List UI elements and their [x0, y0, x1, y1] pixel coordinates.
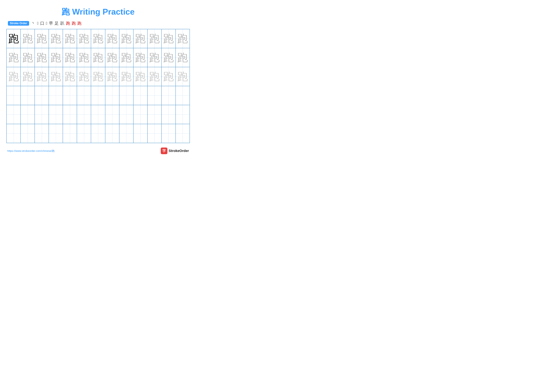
- char-r3-c10: 跑: [135, 71, 146, 82]
- char-r3-c4: 跑: [51, 71, 61, 82]
- grid-cell-r2-c7: 跑: [91, 48, 105, 67]
- grid-cell-r2-c5: 跑: [63, 48, 77, 67]
- grid-cell-r1-c10: 跑: [133, 29, 147, 48]
- grid-cell-r3-c5: 跑: [63, 67, 77, 86]
- grid-cell-r1-c11: 跑: [147, 29, 161, 48]
- grid-cell-r3-c12: 跑: [161, 67, 175, 86]
- grid-cell-r4-c9[interactable]: [119, 86, 133, 105]
- grid-cell-r5-c7[interactable]: [91, 105, 105, 124]
- grid-cell-r5-c13[interactable]: [175, 105, 190, 124]
- grid-cell-r5-c10[interactable]: [133, 105, 147, 124]
- char-r2-c2: 跑: [22, 52, 33, 63]
- grid-cell-r4-c13[interactable]: [175, 86, 190, 105]
- grid-cell-r4-c11[interactable]: [147, 86, 161, 105]
- grid-cell-r5-c3[interactable]: [35, 105, 49, 124]
- grid-cell-r4-c6[interactable]: [77, 86, 91, 105]
- grid-cell-r2-c8: 跑: [105, 48, 119, 67]
- grid-cell-r6-c13[interactable]: [175, 124, 190, 143]
- grid-cell-r4-c12[interactable]: [161, 86, 175, 105]
- grid-cell-r3-c8: 跑: [105, 67, 119, 86]
- grid-cell-r2-c13: 跑: [175, 48, 190, 67]
- grid-cell-r1-c5: 跑: [63, 29, 77, 48]
- grid-cell-r6-c11[interactable]: [147, 124, 161, 143]
- grid-cell-r6-c8[interactable]: [105, 124, 119, 143]
- char-r2-c13: 跑: [177, 52, 188, 63]
- grid-cell-r4-c1[interactable]: [7, 86, 21, 105]
- char-r3-c1: 跑: [8, 71, 19, 82]
- grid-cell-r1-c8: 跑: [105, 29, 119, 48]
- grid-cell-r1-c2: 跑: [21, 29, 35, 48]
- char-r1-c1: 跑: [8, 33, 19, 44]
- footer-url[interactable]: https://www.strokeorder.com/chinese/跑: [7, 149, 55, 153]
- stroke-steps: 丶 𠃌 口 𠃍 早 足 趴 跑 跑 跑: [31, 21, 81, 26]
- grid-cell-r4-c7[interactable]: [91, 86, 105, 105]
- grid-cell-r4-c4[interactable]: [49, 86, 63, 105]
- grid-cell-r4-c10[interactable]: [133, 86, 147, 105]
- char-r1-c5: 跑: [65, 33, 75, 44]
- grid-cell-r2-c11: 跑: [147, 48, 161, 67]
- char-r3-c13: 跑: [177, 71, 188, 82]
- char-r3-c3: 跑: [37, 71, 47, 82]
- grid-cell-r4-c2[interactable]: [21, 86, 35, 105]
- grid-cell-r2-c3: 跑: [35, 48, 49, 67]
- grid-cell-r3-c2: 跑: [21, 67, 35, 86]
- grid-cell-r3-c13: 跑: [175, 67, 190, 86]
- grid-cell-r1-c6: 跑: [77, 29, 91, 48]
- char-r3-c7: 跑: [93, 71, 103, 82]
- footer: https://www.strokeorder.com/chinese/跑 字 …: [6, 148, 190, 154]
- stroke-step-4: 𠃍: [46, 21, 47, 26]
- stroke-step-2: 𠃌: [37, 21, 39, 26]
- grid-cell-r5-c2[interactable]: [21, 105, 35, 124]
- grid-cell-r2-c4: 跑: [49, 48, 63, 67]
- stroke-step-10: 跑: [77, 21, 81, 26]
- char-r3-c2: 跑: [22, 71, 33, 82]
- grid-cell-r5-c6[interactable]: [77, 105, 91, 124]
- grid-cell-r1-c7: 跑: [91, 29, 105, 48]
- grid-cell-r5-c8[interactable]: [105, 105, 119, 124]
- grid-cell-r6-c5[interactable]: [63, 124, 77, 143]
- practice-grid: 跑 跑 跑 跑 跑 跑 跑 跑 跑 跑 跑 跑 跑 跑 跑 跑 跑 跑 跑 跑 …: [6, 29, 190, 143]
- grid-cell-r6-c1[interactable]: [7, 124, 21, 143]
- char-r2-c7: 跑: [93, 52, 103, 63]
- grid-cell-r6-c4[interactable]: [49, 124, 63, 143]
- grid-cell-r5-c12[interactable]: [161, 105, 175, 124]
- char-r2-c5: 跑: [65, 52, 75, 63]
- grid-cell-r1-c4: 跑: [49, 29, 63, 48]
- char-r3-c8: 跑: [107, 71, 117, 82]
- char-r1-c12: 跑: [163, 33, 174, 44]
- grid-cell-r6-c2[interactable]: [21, 124, 35, 143]
- stroke-step-1: 丶: [31, 21, 36, 26]
- grid-cell-r2-c2: 跑: [21, 48, 35, 67]
- grid-cell-r2-c1: 跑: [7, 48, 21, 67]
- logo-text: StrokeOrder: [169, 149, 189, 153]
- logo-icon: 字: [161, 148, 167, 154]
- grid-cell-r3-c6: 跑: [77, 67, 91, 86]
- grid-cell-r6-c3[interactable]: [35, 124, 49, 143]
- grid-cell-r6-c12[interactable]: [161, 124, 175, 143]
- grid-cell-r3-c7: 跑: [91, 67, 105, 86]
- char-r2-c1: 跑: [8, 52, 19, 63]
- grid-cell-r4-c5[interactable]: [63, 86, 77, 105]
- grid-cell-r4-c8[interactable]: [105, 86, 119, 105]
- char-r2-c8: 跑: [107, 52, 117, 63]
- char-r2-c11: 跑: [149, 52, 160, 63]
- grid-cell-r5-c4[interactable]: [49, 105, 63, 124]
- grid-cell-r5-c11[interactable]: [147, 105, 161, 124]
- grid-cell-r5-c9[interactable]: [119, 105, 133, 124]
- stroke-step-7: 趴: [60, 21, 64, 26]
- grid-cell-r5-c1[interactable]: [7, 105, 21, 124]
- char-r2-c9: 跑: [121, 52, 132, 63]
- grid-cell-r5-c5[interactable]: [63, 105, 77, 124]
- grid-cell-r4-c3[interactable]: [35, 86, 49, 105]
- char-r2-c4: 跑: [51, 52, 61, 63]
- grid-cell-r3-c3: 跑: [35, 67, 49, 86]
- grid-cell-r6-c10[interactable]: [133, 124, 147, 143]
- grid-cell-r6-c7[interactable]: [91, 124, 105, 143]
- grid-cell-r6-c9[interactable]: [119, 124, 133, 143]
- char-r2-c12: 跑: [163, 52, 174, 63]
- char-r1-c9: 跑: [121, 33, 132, 44]
- grid-cell-r3-c9: 跑: [119, 67, 133, 86]
- char-r2-c6: 跑: [79, 52, 89, 63]
- char-r1-c4: 跑: [51, 33, 61, 44]
- grid-cell-r6-c6[interactable]: [77, 124, 91, 143]
